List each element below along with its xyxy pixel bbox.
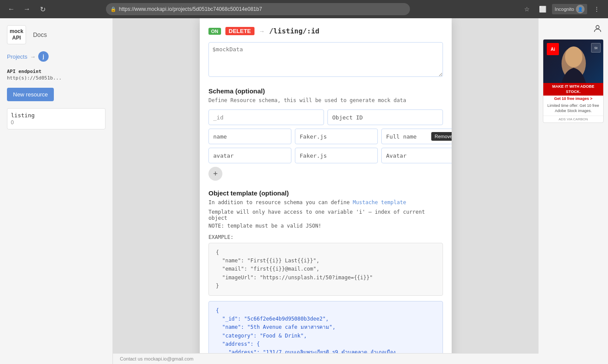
schema-row-name: Remove field ✕ (208, 129, 443, 144)
ad-subtitle[interactable]: Get 10 free images > (543, 96, 603, 102)
ad-sidebar: Ai St MAKE IT WITH ADOBE STOCK. Get 10 f… (539, 18, 608, 364)
template-intro: In addition to resource schema you can d… (208, 199, 443, 205)
resource-item[interactable]: listing 0 (7, 108, 106, 129)
logo-mock: mock (10, 29, 23, 34)
ad-footer: ADS VIA CARBON (543, 116, 603, 122)
new-resource-button[interactable]: New resource (7, 88, 54, 101)
logo-box: mock API (7, 25, 26, 44)
ad-title: MAKE IT WITH ADOBE STOCK. (543, 83, 603, 96)
incognito-avatar: 👤 (576, 5, 585, 13)
ad-box[interactable]: Ai St MAKE IT WITH ADOBE STOCK. Get 10 f… (543, 39, 604, 123)
field-type-name[interactable] (295, 129, 378, 144)
template-section-title: Object template (optional) (208, 189, 443, 197)
ad-body: Limited time offer: Get 10 free Adobe St… (543, 102, 603, 115)
api-endpoint-label: API endpoint (7, 69, 106, 74)
breadcrumb-arrow: → (30, 53, 36, 60)
method-badge: DELETE (225, 27, 254, 35)
on-badge: ON (208, 28, 221, 35)
field-name-id[interactable] (208, 109, 324, 125)
user-icon-button[interactable] (591, 22, 605, 36)
breadcrumb-current: j (38, 51, 49, 62)
reload-button[interactable]: ↻ (36, 3, 49, 15)
sidebar: mock API Docs Projects → j API endpoint … (0, 18, 113, 364)
sidebar-logo: mock API Docs (7, 25, 106, 44)
field-desc-name[interactable] (381, 129, 452, 144)
star-button[interactable]: ☆ (521, 3, 533, 15)
menu-button[interactable]: ⋮ (591, 3, 603, 15)
browser-actions: ☆ ⬜ Incognito 👤 ⋮ (521, 3, 603, 15)
field-type-avatar[interactable] (295, 148, 378, 163)
breadcrumb-projects-link[interactable]: Projects (7, 53, 27, 60)
url-text: https://www.mockapi.io/projects/5d051bc7… (119, 6, 262, 12)
address-bar: 🔒 https://www.mockapi.io/projects/5d051b… (106, 3, 410, 15)
example-code-box: { "name": "First{{i}} Last{{i}}", "email… (208, 243, 443, 296)
modal: ON DELETE → /listing/:id Schema (optiona… (200, 18, 452, 364)
resource-count: 0 (11, 119, 14, 126)
incognito-badge: Incognito 👤 (552, 4, 587, 14)
breadcrumb: Projects → j (7, 51, 106, 62)
forward-button[interactable]: → (21, 3, 33, 15)
main-content: ON DELETE → /listing/:id Schema (optiona… (113, 18, 539, 364)
template-note: Template will only have access to one va… (208, 209, 443, 221)
back-button[interactable]: ← (5, 3, 17, 15)
schema-row-id (208, 109, 443, 125)
field-name-avatar[interactable] (208, 148, 291, 163)
browser-chrome: ← → ↻ 🔒 https://www.mockapi.io/projects/… (0, 0, 608, 18)
field-name-name[interactable] (208, 129, 291, 144)
mock-data-textarea[interactable] (208, 42, 443, 77)
field-type-id[interactable] (327, 109, 443, 125)
contact-text: Contact us mockapi.io@gmail.com (120, 356, 194, 361)
arrow-icon: → (259, 28, 265, 35)
resource-name: listing (11, 112, 35, 119)
api-endpoint-url: http(s)://5d051b... (7, 75, 106, 81)
endpoint-path: /listing/:id (269, 27, 320, 35)
docs-link[interactable]: Docs (33, 31, 47, 38)
template-note2: NOTE: template must be a valid JSON! (208, 223, 443, 229)
example-label: EXAMPLE: (208, 234, 443, 240)
page-layout: mock API Docs Projects → j API endpoint … (0, 18, 608, 364)
template-section: Object template (optional) In addition t… (208, 189, 443, 364)
stock-badge: St (591, 43, 601, 53)
svg-point-0 (596, 26, 599, 29)
mustache-template-link[interactable]: Mustache template (353, 199, 406, 205)
schema-section-desc: Define Resource schema, this will be use… (208, 97, 443, 103)
field-desc-avatar[interactable] (381, 148, 452, 163)
modal-header: ON DELETE → /listing/:id (208, 27, 443, 35)
ad-illustration (556, 44, 591, 83)
logo-api: API (12, 35, 21, 41)
bottom-bar: Contact us mockapi.io@gmail.com (113, 353, 539, 364)
schema-section-title: Schema (optional) (208, 87, 443, 95)
cast-button[interactable]: ⬜ (536, 3, 549, 15)
api-endpoint-section: API endpoint http(s)://5d051b... (7, 69, 106, 81)
ad-image: Ai St (543, 40, 604, 83)
lock-icon: 🔒 (110, 7, 116, 12)
schema-row-avatar (208, 148, 443, 163)
add-field-button[interactable]: + (208, 167, 222, 181)
svg-point-2 (565, 46, 582, 67)
